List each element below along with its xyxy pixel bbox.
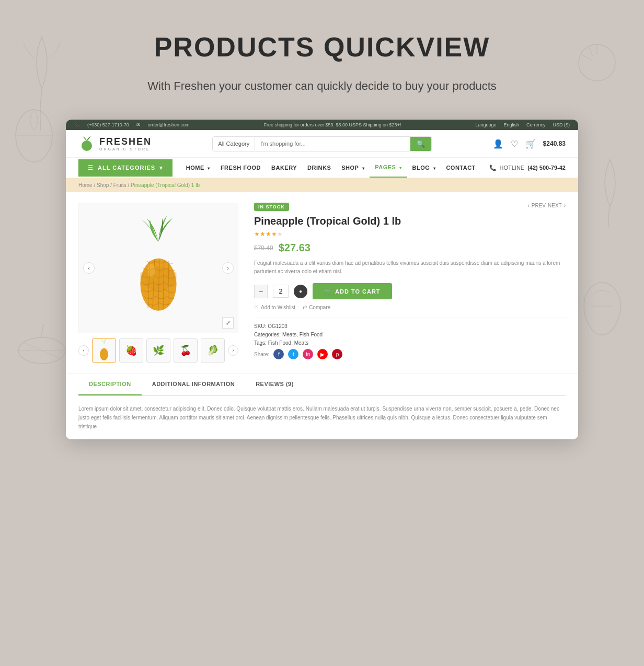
twitter-share-button[interactable]: t xyxy=(288,349,298,359)
add-to-cart-button[interactable]: 🛒 ADD TO CART xyxy=(313,283,392,299)
tab-additional-info[interactable]: ADDITIONAL INFORMATION xyxy=(142,373,245,395)
language-label: Language xyxy=(475,122,496,127)
nav-links: HOME ▾ FRESH FOOD BAKERY DRINKS SHOP ▾ P… xyxy=(181,158,481,178)
nav-item-freshfood[interactable]: FRESH FOOD xyxy=(215,158,266,177)
quantity-dot: ● xyxy=(294,285,307,298)
search-category-dropdown[interactable]: All Category xyxy=(213,137,255,150)
search-input[interactable] xyxy=(255,137,410,150)
sku-label: SKU: xyxy=(254,323,266,329)
facebook-share-button[interactable]: f xyxy=(273,349,284,359)
promo-text: Free shipping for orders over $59. $5.00… xyxy=(263,122,401,127)
breadcrumb-current: Pineapple (Tropical Gold) 1 lb xyxy=(131,182,200,188)
categories-value: Meats, Fish Food xyxy=(282,332,323,337)
thumbnails: ‹ 🍓 🌿 🍒 🥬 › xyxy=(78,338,238,363)
youtube-share-button[interactable]: ▶ xyxy=(317,349,328,359)
logo[interactable]: FRESHEN ORGANIC STORE xyxy=(78,135,152,152)
language-value[interactable]: English xyxy=(503,122,519,127)
cart-amount: $240.83 xyxy=(543,140,566,147)
thumb-next-button[interactable]: › xyxy=(228,345,238,356)
thumb-3[interactable]: 🌿 xyxy=(146,338,170,363)
description-content: Lorem ipsum dolor sit amet, consectetur … xyxy=(66,396,578,439)
header-icons: 👤 ♡ 🛒 $240.83 xyxy=(493,139,566,149)
sku-row: SKU: OG1203 xyxy=(254,323,566,329)
breadcrumb-band: Home / Shop / Fruits / Pineapple (Tropic… xyxy=(66,178,578,192)
quantity-decrease-button[interactable]: − xyxy=(254,285,268,298)
all-categories-button[interactable]: ☰ ALL CATEGORIES ▾ xyxy=(78,159,172,177)
heart-icon: ♡ xyxy=(254,305,259,310)
tab-description[interactable]: DESCRIPTION xyxy=(78,373,142,395)
hotline-label: HOTLINE xyxy=(500,165,525,171)
compare-icon: ⇄ xyxy=(303,305,307,310)
add-to-cart-label: ADD TO CART xyxy=(335,288,381,295)
hotline: 📞 HOTLINE (42) 500-79-42 xyxy=(489,165,566,171)
prev-label: PREV xyxy=(532,203,546,208)
site-header: FRESHEN ORGANIC STORE All Category 🔍 👤 ♡… xyxy=(66,130,578,158)
currency-label: Currency xyxy=(526,122,546,127)
product-info: IN STOCK ‹ PREV NEXT › Pineapple (Tropic… xyxy=(254,203,566,363)
nav-item-contact[interactable]: CONTACT xyxy=(441,158,480,177)
tabs-section: DESCRIPTION ADDITIONAL INFORMATION REVIE… xyxy=(66,373,578,396)
user-icon[interactable]: 👤 xyxy=(493,139,503,149)
quantity-input[interactable] xyxy=(273,285,289,298)
wishlist-button[interactable]: ♡ Add to Wishlist xyxy=(254,305,295,310)
tags-value: Fish Food, Meats xyxy=(268,340,308,346)
nav-item-pages[interactable]: PAGES ▾ xyxy=(370,158,407,178)
wishlist-label: Add to Wishlist xyxy=(261,305,295,310)
thumb-2[interactable]: 🍓 xyxy=(119,338,143,363)
product-rating: ★★★★★ xyxy=(254,230,566,238)
product-gallery: ‹ xyxy=(78,203,238,363)
thumb-prev-button[interactable]: ‹ xyxy=(78,345,89,356)
description-text: Lorem ipsum dolor sit amet, consectetur … xyxy=(78,404,566,431)
share-row: Share: f t in ▶ p xyxy=(254,349,566,359)
nav-bar: ☰ ALL CATEGORIES ▾ HOME ▾ FRESH FOOD BAK… xyxy=(66,158,578,178)
prev-next-nav[interactable]: ‹ PREV NEXT › xyxy=(527,203,566,208)
product-name: Pineapple (Tropical Gold) 1 lb xyxy=(254,215,566,227)
nav-item-shop[interactable]: SHOP ▾ xyxy=(336,158,370,177)
page-subtitle: With Freshen your customer can quickly d… xyxy=(10,77,634,95)
logo-icon xyxy=(78,135,95,152)
hotline-number: (42) 500-79-42 xyxy=(527,165,566,171)
top-bar: 📞 (+030) 527-1710-70 ✉ order@freshen.com… xyxy=(66,120,578,130)
breadcrumb-shop[interactable]: Shop xyxy=(97,182,109,188)
nav-item-blog[interactable]: BLOG ▾ xyxy=(407,158,441,177)
nav-item-drinks[interactable]: DRINKS xyxy=(302,158,336,177)
nav-item-bakery[interactable]: BAKERY xyxy=(266,158,302,177)
nav-item-home[interactable]: HOME ▾ xyxy=(181,158,215,177)
compare-label: Compare xyxy=(309,305,330,310)
categories-row: Categories: Meats, Fish Food xyxy=(254,332,566,337)
thumb-4[interactable]: 🍒 xyxy=(174,338,198,363)
thumb-5[interactable]: 🥬 xyxy=(201,338,225,363)
search-button[interactable]: 🔍 xyxy=(410,137,431,151)
svg-point-14 xyxy=(147,264,155,277)
sale-price: $27.63 xyxy=(279,242,310,254)
instagram-share-button[interactable]: in xyxy=(303,349,313,359)
cart-icon-btn: 🛒 xyxy=(324,288,332,295)
next-label: NEXT xyxy=(548,203,562,208)
tags-row: Tags: Fish Food, Meats xyxy=(254,340,566,346)
gallery-next-button[interactable]: › xyxy=(222,262,234,274)
phone-icon: 📞 xyxy=(74,122,80,127)
page-title: PRODUCTS QUICKVIEW xyxy=(10,31,634,63)
tags-label: Tags: xyxy=(254,340,267,346)
breadcrumb-home[interactable]: Home xyxy=(78,182,93,188)
zoom-button[interactable]: ⤢ xyxy=(222,317,234,329)
sku-value: OG1203 xyxy=(268,323,288,329)
thumb-1[interactable] xyxy=(92,338,116,363)
compare-button[interactable]: ⇄ Compare xyxy=(303,305,330,310)
wishlist-icon[interactable]: ♡ xyxy=(511,139,518,149)
email-address: order@freshen.com xyxy=(148,122,190,127)
quantity-row: − ● 🛒 ADD TO CART xyxy=(254,283,566,299)
svg-point-7 xyxy=(82,141,92,151)
product-area: ‹ xyxy=(66,192,578,373)
product-image xyxy=(122,216,195,320)
all-categories-label: ALL CATEGORIES xyxy=(98,165,155,171)
gallery-prev-button[interactable]: ‹ xyxy=(83,262,95,274)
pinterest-share-button[interactable]: p xyxy=(332,349,342,359)
logo-sub: ORGANIC STORE xyxy=(99,147,152,151)
hamburger-icon: ☰ xyxy=(88,165,94,171)
phone-icon-nav: 📞 xyxy=(489,165,497,171)
breadcrumb-fruits[interactable]: Fruits xyxy=(113,182,126,188)
tab-reviews[interactable]: REVIEWS (9) xyxy=(245,373,304,395)
currency-value[interactable]: USD ($) xyxy=(553,122,570,127)
cart-icon[interactable]: 🛒 xyxy=(525,139,536,149)
